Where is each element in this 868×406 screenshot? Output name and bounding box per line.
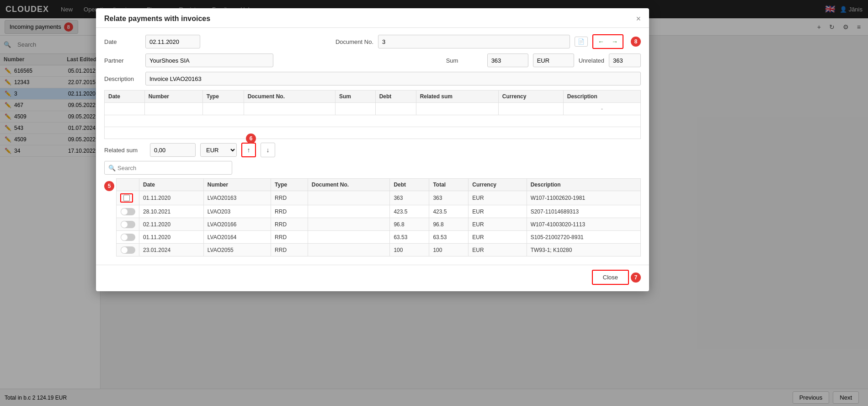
form-row-partner: Partner Sum Unrelated [104, 53, 641, 67]
list-type: RRD [271, 205, 308, 218]
checkbox-wrap[interactable] [120, 193, 133, 203]
toggle-wrap[interactable] [120, 234, 135, 241]
copy-button[interactable]: 📄 [575, 37, 588, 47]
list-total: 100 [429, 244, 469, 256]
toggle-wrap[interactable] [120, 221, 135, 228]
toggle-cell[interactable] [117, 218, 139, 231]
nav-arrows-box: ← → [592, 34, 623, 49]
list-col-currency: Currency [469, 179, 527, 191]
partner-input[interactable] [145, 53, 273, 67]
partner-label: Partner [104, 57, 141, 64]
badge-7: 7 [631, 272, 641, 283]
toggle-knob [121, 234, 128, 240]
toggle-cell[interactable] [117, 205, 139, 218]
form-row-description: Description [104, 72, 641, 85]
toggle-cell[interactable] [117, 191, 139, 205]
toggle-switch[interactable] [121, 246, 135, 254]
inv-cell-description: - [563, 103, 640, 115]
list-currency: EUR [469, 244, 527, 256]
list-doc-no [308, 244, 390, 256]
list-currency: EUR [469, 191, 527, 205]
list-description: TW93-1; K10280 [527, 244, 640, 256]
toggle-switch[interactable] [121, 234, 135, 241]
form-row-date: Date Document No. 📄 ← → 8 [104, 34, 641, 49]
list-item: 01.11.2020 LVAO20164 RRD 63.53 63.53 EUR… [117, 231, 641, 244]
list-date: 02.11.2020 [139, 218, 204, 231]
inv-cell-related-sum [416, 103, 498, 115]
inv-cell-debt [375, 103, 416, 115]
list-currency: EUR [469, 231, 527, 244]
arrow-down-button[interactable]: ↓ [261, 143, 275, 157]
badge-5-wrap: 5 [104, 178, 114, 191]
inv-col-number: Number [144, 91, 202, 103]
list-number: LVAO203 [203, 205, 271, 218]
list-description: S207-11014689313 [527, 205, 640, 218]
list-number: LVAO2055 [203, 244, 271, 256]
list-col-toggle [117, 179, 139, 191]
toggle-wrap[interactable] [120, 246, 135, 254]
list-col-date: Date [139, 179, 204, 191]
date-input[interactable] [145, 35, 200, 48]
toggle-switch[interactable] [121, 221, 135, 228]
list-description: S105-21002720-8931 [527, 231, 640, 244]
sum-input[interactable] [487, 53, 528, 67]
inv-col-date: Date [105, 91, 145, 103]
invoice-list-body: 01.11.2020 LVAO20163 RRD 363 363 EUR W10… [117, 191, 641, 256]
nav-forward-button[interactable]: → [608, 36, 622, 47]
description-input[interactable] [145, 72, 641, 85]
badge-5: 5 [104, 181, 114, 191]
toggle-cell[interactable] [117, 231, 139, 244]
list-doc-no [308, 191, 390, 205]
invoice-table: Date Number Type Document No. Sum Debt R… [104, 90, 641, 139]
currency-input[interactable] [533, 53, 574, 67]
toggle-cell[interactable] [117, 244, 139, 256]
list-type: RRD [271, 191, 308, 205]
modal-dialog: Relate payments with invoices × Date Doc… [96, 8, 649, 291]
invoice-list-section: 5 Date Number Type Document No. Debt Tot… [104, 178, 641, 256]
nav-back-button[interactable]: ← [594, 36, 608, 47]
unrelated-label: Unrelated [579, 57, 604, 64]
document-no-input[interactable] [378, 35, 570, 48]
inv-cell-type [202, 103, 244, 115]
unrelated-input[interactable] [609, 53, 641, 67]
close-button[interactable]: Close [592, 270, 629, 285]
list-item: 01.11.2020 LVAO20163 RRD 363 363 EUR W10… [117, 191, 641, 205]
search-row: 🔍 [104, 161, 641, 175]
list-total: 63.53 [429, 231, 469, 244]
toggle-switch[interactable] [121, 208, 135, 215]
inv-col-currency: Currency [498, 91, 563, 103]
list-col-description: Description [527, 179, 640, 191]
list-col-number: Number [203, 179, 271, 191]
arrow-up-button[interactable]: ↑ [241, 143, 256, 157]
list-type: RRD [271, 218, 308, 231]
search-input[interactable] [117, 165, 228, 171]
list-doc-no [308, 231, 390, 244]
list-col-debt: Debt [390, 179, 429, 191]
inv-col-doc-no: Document No. [244, 91, 335, 103]
inv-cell-sum [335, 103, 376, 115]
list-total: 363 [429, 191, 469, 205]
related-sum-input[interactable] [150, 143, 196, 157]
list-total: 423.5 [429, 205, 469, 218]
list-description: W107-41003020-1113 [527, 218, 640, 231]
checkbox[interactable] [123, 195, 130, 201]
list-number: LVAO20166 [203, 218, 271, 231]
currency-select[interactable]: EUR USD GBP [200, 143, 237, 157]
inv-cell-currency [498, 103, 563, 115]
nav-badge: 8 [631, 37, 641, 47]
list-debt: 363 [390, 191, 429, 205]
sum-label: Sum [446, 57, 483, 64]
list-item: 28.10.2021 LVAO203 RRD 423.5 423.5 EUR S… [117, 205, 641, 218]
inv-col-related-sum: Related sum [416, 91, 498, 103]
list-number: LVAO20164 [203, 231, 271, 244]
search-input-wrap: 🔍 [104, 161, 232, 175]
inv-cell-doc-no [244, 103, 335, 115]
toggle-knob [121, 247, 128, 253]
list-description: W107-11002620-1981 [527, 191, 640, 205]
toggle-wrap[interactable] [120, 208, 135, 215]
list-date: 01.11.2020 [139, 191, 204, 205]
list-doc-no [308, 218, 390, 231]
modal-title: Relate payments with invoices [104, 15, 210, 23]
modal-close-button[interactable]: × [636, 15, 641, 23]
related-sum-label: Related sum [104, 147, 145, 154]
